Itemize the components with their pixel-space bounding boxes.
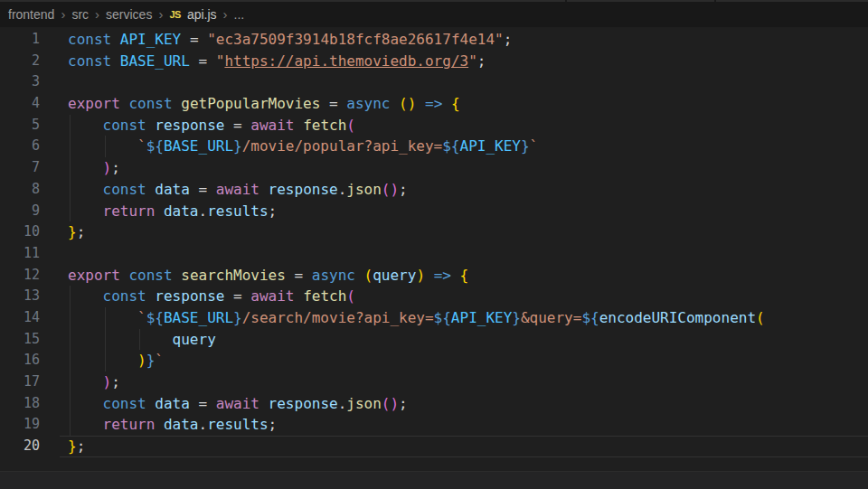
token: const [68,52,111,70]
token [155,202,164,220]
code-line[interactable]: 5 const response = await fetch( [0,115,868,136]
token: } [233,137,242,155]
token: API_KEY [120,31,181,48]
code-line[interactable]: 9 return data.results; [0,201,868,222]
token: ( [364,267,373,284]
token [111,52,120,70]
breadcrumb-item-frontend[interactable]: frontend [8,7,54,22]
token: await [216,395,259,412]
code-line[interactable]: 18 const data = await response.json(); [0,393,868,415]
code-line[interactable]: 3 [0,71,868,93]
token: ; [477,52,486,70]
breadcrumb-item-file[interactable]: api.js [187,7,217,22]
line-number: 11 [0,243,40,265]
token [442,95,451,112]
token: response [155,117,224,134]
indent-guide [139,329,140,351]
code-line[interactable]: 11 [0,243,868,265]
token: ; [77,437,86,455]
token: const [68,31,111,48]
breadcrumb-item-symbol[interactable]: ... [234,7,245,22]
code-line[interactable]: 13 const response = await fetch( [0,286,868,307]
indent-guide [105,329,106,351]
breadcrumb-item-services[interactable]: services [106,7,152,22]
code-line[interactable]: 8 const data = await response.json(); [0,179,868,201]
token [68,352,137,369]
token: API_KEY [460,137,521,155]
line-number: 6 [0,136,40,157]
token: await [250,117,294,134]
line-number: 9 [0,201,40,222]
token: json [346,395,382,412]
token: data [164,416,199,433]
line-number: 16 [0,350,40,371]
code-text: const response = await fetch( [68,115,868,136]
code-line[interactable]: 4export const getPopularMovies = async (… [0,93,868,115]
token: query [173,331,216,348]
indent-guide [70,414,71,436]
indent-guide [70,286,71,307]
token: = [286,267,312,284]
code-text: const data = await response.json(); [68,393,868,415]
token: encodeURIComponent [599,309,756,326]
line-number: 7 [0,157,40,179]
token: response [155,287,224,305]
token [146,287,156,305]
token: async [346,95,390,112]
indent-guide [105,350,106,371]
token [68,309,137,326]
line-number: 5 [0,115,40,136]
indent-guide [70,115,71,136]
token [146,395,156,412]
code-line[interactable]: 10}; [0,221,868,243]
token: } [146,352,156,369]
token: " [216,52,225,70]
token: . [199,416,208,433]
token: = [181,31,207,48]
code-line[interactable]: 7 ); [0,157,868,179]
indent-guide [70,179,71,201]
code-line[interactable]: 14 `${BASE_URL}/search/movie?api_key=${A… [0,307,868,329]
token: async [312,267,355,284]
code-text: return data.results; [68,201,868,222]
code-line[interactable]: 17 ); [0,371,868,393]
token: ; [269,416,278,433]
token: ` [137,309,146,326]
token: data [155,181,190,198]
code-line[interactable]: 19 return data.results; [0,414,868,436]
token [68,416,103,433]
code-line[interactable]: 12export const searchMovies = async (que… [0,265,868,287]
token [68,137,137,155]
code-line[interactable]: 1const API_KEY = "ec3a7509f3914b18fcf8ae… [0,29,868,51]
indent-guide [70,136,71,157]
token: } [68,437,77,455]
code-line[interactable]: 16 )}` [0,350,868,371]
token: query [373,267,416,284]
code-line[interactable]: 20}; [0,436,868,457]
token: fetch [303,117,346,134]
indent-guide [70,307,71,329]
chevron-right-icon: › [95,7,99,21]
code-line[interactable]: 15 query [0,329,868,351]
code-text: query [68,329,868,351]
breadcrumb-item-src[interactable]: src [71,7,89,22]
line-number: 4 [0,93,40,115]
line-number: 2 [0,51,40,72]
token: ${ [146,309,164,326]
chevron-right-icon: › [158,7,163,21]
code-text: const BASE_URL = "https://api.themoviedb… [68,51,868,72]
code-editor[interactable]: 1const API_KEY = "ec3a7509f3914b18fcf8ae… [0,27,868,489]
token: results [207,416,268,433]
token: ; [269,202,278,220]
token: = [190,52,216,70]
token: = [190,181,216,198]
token: ( [346,287,355,305]
token: () [382,395,399,412]
code-line[interactable]: 2const BASE_URL = "https://api.themovied… [0,51,868,72]
indent-guide [70,157,71,179]
token: API_KEY [451,309,512,326]
code-line[interactable]: 6 `${BASE_URL}/movie/popular?api_key=${A… [0,136,868,157]
token: searchMovies [181,267,286,284]
token [120,267,129,284]
indent-guide [70,201,71,222]
